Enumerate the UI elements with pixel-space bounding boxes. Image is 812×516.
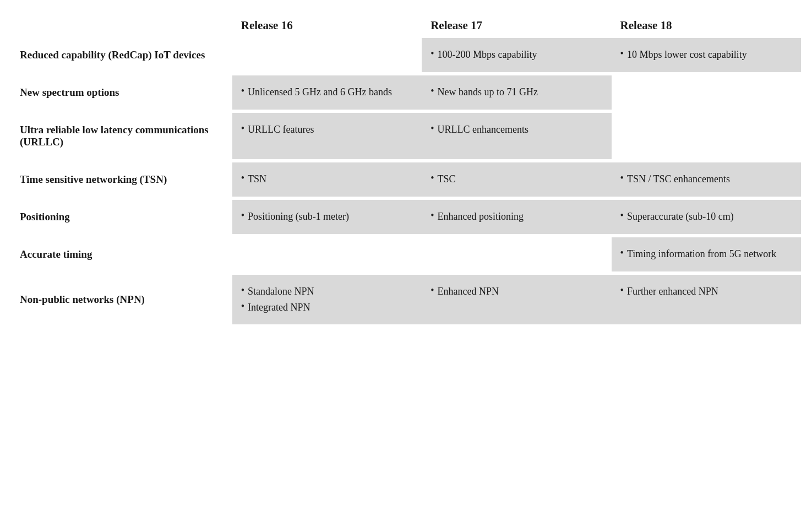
bullet-item: •URLLC enhancements [430,123,602,137]
bullet-text: Superaccurate (sub-10 cm) [627,210,734,224]
cell-r16: •TSN [232,162,422,197]
feature-label: New spectrum options [11,75,232,110]
bullet-text: 10 Mbps lower cost capability [627,48,747,62]
bullet-text: URLLC enhancements [438,123,528,137]
table-row: Time sensitive networking (TSN)•TSN•TSC•… [11,162,801,197]
comparison-table: Release 16 Release 17 Release 18 Reduced… [11,11,801,324]
bullet-item: •TSN [241,172,413,186]
bullet-dot: • [620,48,624,59]
bullet-dot: • [241,123,244,134]
cell-r17: •New bands up to 71 GHz [422,75,611,110]
header-feature [11,11,232,38]
cell-r16-empty [232,237,422,271]
cell-r16: •URLLC features [232,113,422,159]
cell-r16: •Standalone NPN•Integrated NPN [232,275,422,324]
bullet-item: •Positioning (sub-1 meter) [241,210,413,224]
bullet-text: Timing information from 5G network [627,247,776,261]
bullet-dot: • [430,85,434,97]
bullet-item: •TSN / TSC enhancements [620,172,792,186]
bullet-text: Further enhanced NPN [627,285,718,298]
bullet-text: Integrated NPN [248,301,310,314]
bullet-text: TSN / TSC enhancements [627,172,730,186]
table-row: Ultra reliable low latency communication… [11,113,801,159]
bullet-item: •Unlicensed 5 GHz and 6 GHz bands [241,85,413,99]
bullet-dot: • [620,247,624,259]
bullet-item: •Further enhanced NPN [620,285,792,298]
bullet-item: •10 Mbps lower cost capability [620,48,792,62]
bullet-item: •Superaccurate (sub-10 cm) [620,210,792,224]
cell-r17: •URLLC enhancements [422,113,611,159]
table-row: Non-public networks (NPN)•Standalone NPN… [11,275,801,324]
bullet-dot: • [430,285,434,296]
cell-r17: •Enhanced NPN [422,275,611,324]
cell-r18: •Timing information from 5G network [612,237,801,271]
header-r17: Release 17 [422,11,611,38]
feature-label: Positioning [11,200,232,234]
table-header-row: Release 16 Release 17 Release 18 [11,11,801,38]
bullet-item: •Standalone NPN [241,285,413,298]
cell-r18-empty [612,113,801,159]
bullet-dot: • [241,172,244,184]
bullet-text: Unlicensed 5 GHz and 6 GHz bands [248,85,392,99]
bullet-text: 100-200 Mbps capability [438,48,537,62]
cell-r17-empty [422,237,611,271]
table-row: New spectrum options•Unlicensed 5 GHz an… [11,75,801,110]
feature-label: Reduced capability (RedCap) IoT devices [11,38,232,72]
cell-r17: •TSC [422,162,611,197]
bullet-dot: • [241,301,244,312]
table-row: Reduced capability (RedCap) IoT devices•… [11,38,801,72]
header-r18: Release 18 [612,11,801,38]
bullet-text: TSC [438,172,456,186]
cell-r18: •Superaccurate (sub-10 cm) [612,200,801,234]
cell-r18-empty [612,75,801,110]
bullet-item: •Enhanced positioning [430,210,602,224]
bullet-text: Enhanced NPN [438,285,499,298]
cell-r16: •Positioning (sub-1 meter) [232,200,422,234]
bullet-text: New bands up to 71 GHz [438,85,538,99]
bullet-dot: • [241,85,244,97]
cell-r18: •10 Mbps lower cost capability [612,38,801,72]
bullet-item: •TSC [430,172,602,186]
cell-r18: •Further enhanced NPN [612,275,801,324]
bullet-item: •URLLC features [241,123,413,137]
bullet-dot: • [241,210,244,221]
cell-r17: •100-200 Mbps capability [422,38,611,72]
bullet-text: Enhanced positioning [438,210,524,224]
bullet-text: Standalone NPN [248,285,314,298]
header-r16: Release 16 [232,11,422,38]
feature-label: Non-public networks (NPN) [11,275,232,324]
bullet-dot: • [620,210,624,221]
feature-label: Accurate timing [11,237,232,271]
bullet-item: •New bands up to 71 GHz [430,85,602,99]
bullet-dot: • [620,285,624,296]
cell-r18: •TSN / TSC enhancements [612,162,801,197]
bullet-text: TSN [248,172,266,186]
bullet-dot: • [241,285,244,296]
bullet-dot: • [430,172,434,184]
bullet-item: •Enhanced NPN [430,285,602,298]
bullet-dot: • [430,210,434,221]
bullet-item: •Integrated NPN [241,301,413,314]
feature-label: Time sensitive networking (TSN) [11,162,232,197]
cell-r16: •Unlicensed 5 GHz and 6 GHz bands [232,75,422,110]
cell-r16-empty [232,38,422,72]
table-row: Positioning•Positioning (sub-1 meter)•En… [11,200,801,234]
bullet-dot: • [430,48,434,59]
bullet-item: •100-200 Mbps capability [430,48,602,62]
bullet-text: Positioning (sub-1 meter) [248,210,349,224]
bullet-dot: • [620,172,624,184]
bullet-item: •Timing information from 5G network [620,247,792,261]
bullet-text: URLLC features [248,123,314,137]
bullet-dot: • [430,123,434,134]
feature-label: Ultra reliable low latency communication… [11,113,232,159]
cell-r17: •Enhanced positioning [422,200,611,234]
table-row: Accurate timing•Timing information from … [11,237,801,271]
